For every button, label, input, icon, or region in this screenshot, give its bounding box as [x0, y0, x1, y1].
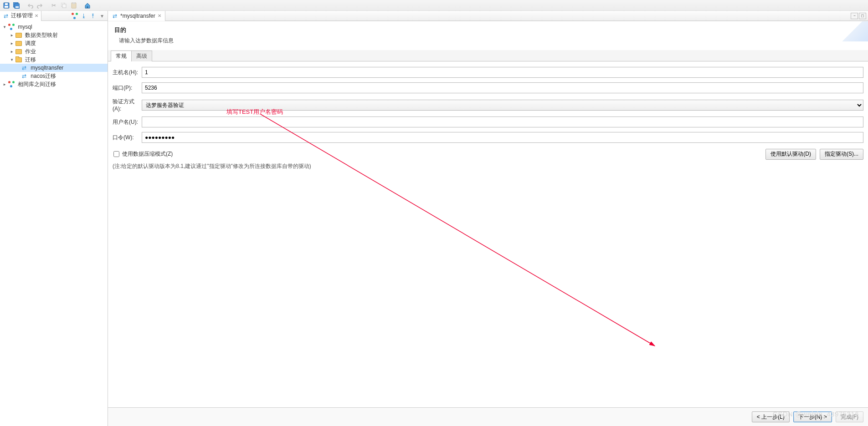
close-icon[interactable]: ✕ — [35, 13, 38, 18]
tree-root[interactable]: ▾ mysql — [0, 23, 108, 31]
tree-sibling[interactable]: ▸ 相同库之间迁移 — [0, 80, 108, 88]
collapse-all-icon[interactable]: ▾ — [98, 12, 106, 20]
editor-tabbar: ⇄ *mysqltransfer ✕ － □ — [108, 11, 868, 21]
tree: ▾ mysql ▸ 数据类型映射 ▸ 调度 ▸ 作业 ▾ 迁移 ⇄ mysqlt… — [0, 21, 108, 426]
tree-item-migration[interactable]: ▾ 迁移 — [0, 56, 108, 64]
wizard-subtitle: 请输入达梦数据库信息 — [114, 37, 862, 45]
finish-button[interactable]: 完成(F) — [836, 411, 863, 422]
migration-mgr-icon: ⇄ — [3, 13, 9, 19]
header-decoration — [841, 21, 868, 41]
password-field[interactable] — [142, 132, 863, 143]
app-toolbar: ✂ — [0, 0, 868, 11]
wizard: 目的 请输入达梦数据库信息 常规 高级 主机名(H): 端口(P): — [108, 21, 868, 426]
transfer-icon: ⇄ — [21, 73, 27, 79]
compress-label: 使用数据压缩模式(Z) — [122, 150, 173, 158]
cut-icon[interactable]: ✂ — [49, 1, 58, 10]
editor-tab-label: *mysqltransfer — [120, 13, 155, 19]
svg-rect-1 — [5, 6, 8, 8]
user-field[interactable] — [142, 117, 863, 127]
wizard-title: 目的 — [114, 26, 862, 34]
undo-icon[interactable] — [26, 1, 35, 10]
sub-tab-general[interactable]: 常规 — [111, 51, 132, 61]
minimize-icon[interactable]: － — [851, 13, 858, 19]
back-button[interactable]: < 上一步(L) — [752, 411, 790, 422]
svg-rect-2 — [5, 3, 8, 5]
svg-rect-5 — [15, 6, 19, 8]
svg-rect-9 — [72, 2, 75, 4]
default-driver-button[interactable]: 使用默认驱动(D) — [765, 149, 816, 160]
editor-area: ⇄ *mysqltransfer ✕ － □ 目的 请输入达梦数据库信息 常规 — [108, 11, 868, 426]
tree-item-jobs[interactable]: ▸ 作业 — [0, 47, 108, 56]
wizard-sub-tabs: 常规 高级 — [108, 50, 868, 61]
editor-tab-mysqltransfer[interactable]: ⇄ *mysqltransfer ✕ — [108, 11, 165, 21]
maximize-icon[interactable]: □ — [859, 13, 866, 19]
sidebar-tab-migration[interactable]: ⇄ 迁移管理 ✕ — [0, 11, 41, 21]
close-icon[interactable]: ✕ — [158, 13, 161, 18]
label-port: 端口(P): — [113, 84, 142, 92]
tree-item-types[interactable]: ▸ 数据类型映射 — [0, 31, 108, 39]
label-auth: 验证方式(A): — [113, 98, 142, 112]
paste-icon[interactable] — [69, 1, 78, 10]
label-host: 主机名(H): — [113, 69, 142, 76]
driver-note: (注:给定的默认驱动版本为8.1,建议通过"指定驱动"修改为所连接数据库自带的驱… — [113, 162, 863, 170]
svg-rect-7 — [62, 4, 66, 8]
transfer-icon: ⇄ — [21, 65, 27, 71]
label-user: 用户名(U): — [113, 118, 142, 126]
save-all-icon[interactable] — [12, 1, 21, 10]
tree-leaf-mysqltransfer[interactable]: ⇄ mysqltransfer — [0, 64, 108, 72]
compress-checkbox[interactable] — [113, 151, 119, 157]
host-field[interactable] — [142, 67, 863, 78]
import-icon[interactable]: ⭳ — [80, 12, 87, 20]
transfer-icon: ⇄ — [112, 13, 118, 19]
save-icon[interactable] — [2, 1, 11, 10]
tree-item-schedule[interactable]: ▸ 调度 — [0, 39, 108, 47]
refresh-icon[interactable] — [71, 12, 78, 20]
port-field[interactable] — [142, 82, 863, 93]
wizard-footer: < 上一步(L) 下一步(N) > 完成(F) — [108, 407, 868, 426]
auth-select[interactable]: 达梦服务器验证 — [142, 100, 863, 111]
redo-icon[interactable] — [36, 1, 45, 10]
wizard-header: 目的 请输入达梦数据库信息 — [108, 21, 868, 50]
sub-tab-advanced[interactable]: 高级 — [131, 51, 152, 61]
form-area: 主机名(H): 端口(P): 验证方式(A): 达梦服务器验证 用户名(U): — [108, 61, 868, 173]
home-icon[interactable] — [83, 1, 92, 10]
next-button[interactable]: 下一步(N) > — [793, 411, 832, 422]
export-icon[interactable]: ⭱ — [89, 12, 97, 20]
label-password: 口令(W): — [113, 134, 142, 142]
svg-rect-10 — [87, 6, 88, 8]
specify-driver-button[interactable]: 指定驱动(S)... — [820, 149, 863, 160]
sidebar: ⇄ 迁移管理 ✕ ⭳ ⭱ ▾ ▾ mysql ▸ 数据类型映射 ▸ 调度 ▸ 作… — [0, 11, 108, 426]
tree-leaf-nacos[interactable]: ⇄ nacos迁移 — [0, 72, 108, 80]
sidebar-tabbar: ⇄ 迁移管理 ✕ ⭳ ⭱ ▾ — [0, 11, 108, 21]
svg-rect-4 — [15, 4, 20, 9]
copy-icon[interactable] — [59, 1, 68, 10]
sidebar-tab-label: 迁移管理 — [11, 12, 33, 20]
